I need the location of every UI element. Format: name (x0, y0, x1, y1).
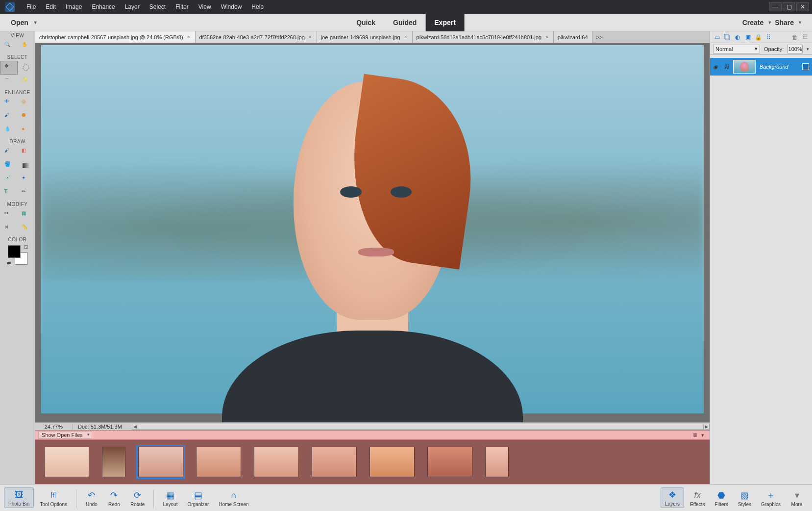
link-layers-icon[interactable]: ⠿ (764, 33, 772, 41)
menu-layer[interactable]: Layer (120, 1, 145, 12)
open-menu-button[interactable]: Open ▼ (0, 19, 44, 26)
window-minimize-button[interactable]: — (769, 2, 782, 11)
recompose-tool[interactable]: ▦ (18, 208, 35, 222)
close-icon[interactable]: × (186, 34, 191, 40)
layer-name[interactable]: Background (760, 64, 798, 70)
menu-view[interactable]: View (194, 1, 216, 12)
menu-edit[interactable]: Edit (41, 1, 61, 12)
mode-quick[interactable]: Quick (347, 14, 384, 31)
default-colors-icon[interactable]: ◱ (24, 244, 28, 249)
home-screen-button[interactable]: ⌂Home Screen (215, 488, 252, 508)
swap-colors-icon[interactable]: ⇄ (7, 260, 11, 266)
effects-button[interactable]: fxEffects (686, 488, 709, 508)
marquee-tool[interactable] (18, 61, 35, 75)
photobin-thumb-8[interactable] (485, 447, 509, 477)
close-icon[interactable]: × (308, 34, 313, 40)
hand-tool[interactable]: ✋ (18, 39, 35, 53)
opacity-input[interactable]: 100% (787, 45, 803, 53)
smart-brush-tool[interactable]: 🖌 (0, 110, 18, 124)
blend-mode-select[interactable]: Normal▾ (713, 45, 760, 53)
fill-tool[interactable]: 🪣 (0, 159, 18, 173)
close-icon[interactable]: × (544, 34, 549, 40)
zoom-tool[interactable]: 🔍 (0, 39, 18, 53)
graphics-button[interactable]: ＋Graphics (757, 488, 785, 508)
photobin-thumb-7[interactable] (427, 447, 472, 477)
tool-options-button[interactable]: 🎚Tool Options (36, 488, 71, 508)
filters-button[interactable]: ⬣Filters (711, 488, 732, 508)
visibility-icon[interactable]: ◉ (713, 64, 720, 70)
layer-thumbnail[interactable] (733, 60, 756, 74)
delete-layer-icon[interactable]: 🗑 (791, 33, 799, 41)
eraser-tool[interactable]: ◧ (18, 145, 35, 159)
eyedropper-tool[interactable]: 💉 (0, 173, 18, 186)
mode-expert[interactable]: Expert (425, 14, 465, 31)
doc-tabs-overflow[interactable]: >> (592, 31, 607, 43)
color-swatches[interactable]: ◱ ⇄ (8, 245, 27, 265)
share-menu-button[interactable]: Share ▼ (775, 19, 802, 26)
menu-select[interactable]: Select (145, 1, 171, 12)
mask-icon[interactable]: ▣ (744, 33, 752, 41)
crop-tool[interactable]: ✂ (0, 208, 18, 222)
type-tool[interactable]: T (0, 186, 18, 200)
undo-button[interactable]: ↶Undo (81, 488, 102, 508)
more-button[interactable]: ▾More (787, 488, 807, 508)
canvas[interactable] (35, 43, 710, 422)
menu-enhance[interactable]: Enhance (87, 1, 120, 12)
layer-row-background[interactable]: ◉ ⛓ Background (710, 58, 812, 76)
new-layer-icon[interactable]: ▭ (713, 33, 721, 41)
chevron-down-icon[interactable]: ▾ (807, 47, 809, 51)
menu-window[interactable]: Window (216, 1, 247, 12)
photobin-options-icon[interactable]: ≣ (691, 432, 699, 438)
content-aware-move-tool[interactable]: ⤭ (0, 222, 18, 235)
scroll-left-icon[interactable]: ◀ (132, 424, 138, 429)
window-maximize-button[interactable]: ▢ (783, 2, 795, 11)
brush-tool[interactable]: 🖌 (0, 145, 18, 159)
new-group-icon[interactable]: ⿻ (723, 33, 731, 41)
blur-tool[interactable]: 💧 (0, 124, 18, 137)
lasso-tool[interactable]: ⌒ (0, 75, 18, 88)
magic-wand-tool[interactable]: ✨ (18, 75, 35, 88)
photobin-thumb-4[interactable] (254, 447, 299, 477)
panel-menu-icon[interactable]: ☰ (801, 33, 809, 41)
custom-shape-tool[interactable]: ✦ (18, 173, 35, 186)
photobin-collapse-icon[interactable]: ▾ (699, 432, 707, 438)
layers-button[interactable]: ❖Layers (661, 487, 684, 508)
redeye-tool[interactable]: 👁 (0, 96, 18, 110)
redo-button[interactable]: ↷Redo (104, 488, 124, 508)
straighten-tool[interactable]: 📏 (18, 222, 35, 235)
organizer-button[interactable]: ▤Organizer (183, 488, 213, 508)
menu-image[interactable]: Image (61, 1, 87, 12)
photo-bin-button[interactable]: 🖼Photo Bin (4, 487, 34, 508)
menu-help[interactable]: Help (246, 1, 269, 12)
photobin-thumb-2[interactable] (138, 447, 183, 477)
photobin-thumb-0[interactable] (44, 447, 89, 477)
menu-filter[interactable]: Filter (171, 1, 194, 12)
photobin-thumb-6[interactable] (369, 447, 415, 477)
scroll-right-icon[interactable]: ▶ (703, 424, 709, 429)
horizontal-scrollbar[interactable]: ◀ ▶ (132, 424, 710, 430)
clone-stamp-tool[interactable]: ⬣ (18, 110, 35, 124)
photobin-thumb-5[interactable] (312, 447, 357, 477)
lock-icon[interactable]: 🔒 (754, 33, 762, 41)
photobin-thumb-3[interactable] (196, 447, 241, 477)
spot-heal-tool[interactable]: ◎ (18, 96, 35, 110)
create-menu-button[interactable]: Create ▼ (742, 19, 772, 26)
styles-button[interactable]: ▧Styles (734, 488, 755, 508)
sponge-tool[interactable]: ● (18, 124, 35, 137)
doc-tab-4[interactable]: pikwizard-64 (554, 31, 592, 43)
gradient-tool[interactable] (18, 159, 35, 173)
menu-file[interactable]: File (22, 1, 41, 12)
doc-tab-2[interactable]: joe-gardner-149699-unsplash.jpg× (317, 31, 413, 43)
zoom-level[interactable]: 24.77% (38, 424, 65, 430)
mode-guided[interactable]: Guided (384, 14, 425, 31)
layer-lock-icon[interactable] (802, 63, 809, 70)
close-icon[interactable]: × (403, 34, 408, 40)
doc-tab-1[interactable]: df3562ce-82ab-48e3-a2d7-72f7fdfd2268.jpg… (196, 31, 317, 43)
photobin-thumb-1[interactable] (102, 447, 125, 477)
adjustment-layer-icon[interactable]: ◐ (734, 33, 741, 41)
layout-button[interactable]: ▦Layout (159, 488, 181, 508)
doc-tab-3[interactable]: pikwizard-58d12a1adb41ac5c78194e0ff241b8… (413, 31, 554, 43)
window-close-button[interactable]: ✕ (796, 2, 809, 11)
photobin-dropdown[interactable]: Show Open Files (38, 431, 92, 439)
pencil-tool[interactable]: ✏ (18, 186, 35, 200)
